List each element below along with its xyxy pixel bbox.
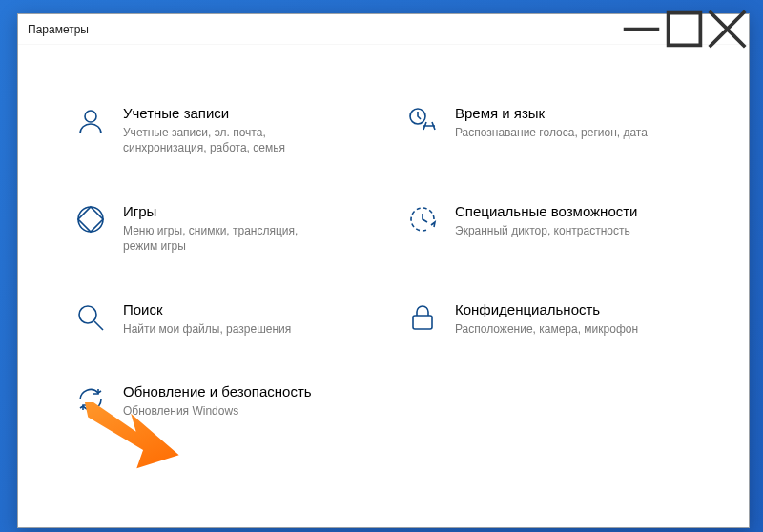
svg-point-7 [79,306,96,323]
tiles-grid: Учетные записи Учетные записи, эл. почта… [18,45,749,527]
tile-ease-of-access[interactable]: Специальные возможности Экранный диктор,… [407,202,711,255]
svg-point-6 [78,207,103,232]
tile-accounts[interactable]: Учетные записи Учетные записи, эл. почта… [75,104,379,156]
maximize-button[interactable] [663,14,706,44]
tile-title: Специальные возможности [455,202,638,221]
ease-of-access-icon [407,204,438,235]
close-button[interactable] [706,14,749,44]
tile-desc: Распознавание голоса, регион, дата [455,125,648,141]
tile-title: Время и язык [455,104,648,123]
tile-desc: Экранный диктор, контрастность [455,223,638,239]
tile-title: Конфиденциальность [455,300,638,319]
search-icon [75,302,106,333]
svg-point-4 [85,111,96,122]
tile-desc: Найти мои файлы, разрешения [123,321,291,338]
tile-time-language[interactable]: Время и язык Распознавание голоса, регио… [407,104,711,156]
tile-desc: Меню игры, снимки, трансляция, режим игр… [123,223,323,256]
tile-title: Поиск [123,300,291,319]
tile-update-security[interactable]: Обновление и безопасность Обновления Win… [75,382,379,419]
minimize-button[interactable] [620,14,663,44]
time-language-icon [407,106,438,136]
window-title: Параметры [28,23,89,36]
window-controls [620,14,749,44]
tile-desc: Обновления Windows [123,403,312,419]
tile-title: Игры [123,202,323,221]
svg-rect-9 [413,316,432,329]
settings-window: Параметры Учетные записи Учетные записи,… [17,13,750,528]
tile-gaming[interactable]: Игры Меню игры, снимки, трансляция, режи… [75,202,379,255]
svg-line-8 [94,321,103,330]
title-bar: Параметры [18,14,749,45]
update-security-icon [75,384,106,415]
svg-rect-1 [669,13,701,46]
accounts-icon [75,106,106,136]
tile-privacy[interactable]: Конфиденциальность Расположение, камера,… [407,300,711,337]
tile-title: Обновление и безопасность [123,382,312,401]
privacy-icon [407,302,438,333]
tile-search[interactable]: Поиск Найти мои файлы, разрешения [75,300,379,337]
gaming-icon [75,204,106,235]
tile-title: Учетные записи [123,104,323,123]
tile-desc: Учетные записи, эл. почта, синхронизация… [123,125,323,157]
tile-desc: Расположение, камера, микрофон [455,321,638,338]
